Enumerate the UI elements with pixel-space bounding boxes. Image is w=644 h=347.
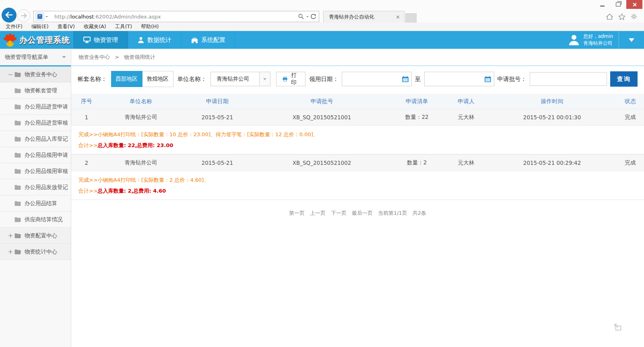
sidebar-item[interactable]: 办公用品领用审核 [0, 163, 71, 179]
compatibility-icon[interactable] [35, 12, 44, 21]
print-button[interactable]: 打印 [276, 72, 305, 86]
tab-close-icon[interactable]: ✕ [394, 14, 402, 20]
cell-list: 数量：22 [389, 114, 445, 121]
sidebar-item-label: 办公用品领用审核 [25, 168, 68, 175]
sidebar-title: 物资管理导航菜单 [5, 54, 48, 61]
sidebar-item[interactable]: 办公用品领用申请 [0, 147, 71, 163]
search-caret[interactable] [306, 16, 309, 19]
pagination-link[interactable]: 下一页 [331, 210, 347, 217]
sidebar-item[interactable]: 办公用品入库登记 [0, 131, 71, 147]
region-toggle-group: 西部地区敦煌地区 [111, 71, 173, 87]
unit-select[interactable]: 青海钻井公司 [211, 72, 270, 86]
tab-label: 物资管理 [94, 36, 118, 44]
sidebar-menu: − 物资业务中心 物资帐套管理 办公用品进货申请 [0, 66, 71, 260]
url-text[interactable]: http://localhost:62002/Admin/Index.aspx [54, 14, 298, 20]
calendar-icon[interactable] [402, 76, 409, 82]
pagination-link[interactable]: 最后一页 [352, 210, 373, 217]
cell-batch: XB_SQ_20150521002 [254, 160, 389, 166]
menu-item[interactable]: 查看(V) [58, 23, 75, 30]
folder-icon [14, 137, 21, 141]
user-greeting: 您好，admin [583, 33, 613, 40]
tab-materials-management[interactable]: 物资管理 [74, 31, 128, 49]
sidebar-item[interactable]: 物资帐套管理 [0, 83, 71, 99]
address-dropdown-caret[interactable] [45, 16, 48, 19]
restore-icon [616, 2, 621, 6]
cell-list: 数量：2 [389, 159, 445, 166]
close-button[interactable] [626, 0, 642, 9]
pagination-total: 共2条 [413, 210, 426, 217]
date-from-field[interactable] [342, 72, 412, 86]
cell-date: 2015-05-21 [180, 114, 254, 121]
browser-menubar: 文件(F)编辑(E)查看(V)收藏夹(A)工具(T)帮助(H) [0, 23, 644, 31]
menu-item[interactable]: 收藏夹(A) [84, 23, 106, 30]
resize-corner-icon[interactable] [613, 322, 623, 334]
home-icon[interactable] [606, 13, 613, 20]
folder-icon [14, 88, 21, 93]
user-menu-button[interactable] [619, 31, 644, 49]
restore-button[interactable] [610, 0, 626, 9]
search-icon[interactable] [298, 13, 304, 20]
tab-system-config[interactable]: 系统配置 [182, 31, 235, 49]
menu-item[interactable]: 文件(F) [6, 23, 23, 30]
folder-icon [14, 121, 21, 125]
settings-gear-icon[interactable] [630, 13, 638, 20]
sidebar-item[interactable]: − 物资业务中心 [0, 66, 71, 83]
address-bar[interactable]: http://localhost:62002/Admin/Index.aspx [33, 11, 319, 22]
sidebar-item[interactable]: + 物资统计中心 [0, 244, 71, 260]
minimize-button[interactable] [594, 0, 610, 9]
cell-date: 2015-05-21 [180, 160, 254, 166]
sidebar-item[interactable]: 办公用品发放登记 [0, 179, 71, 195]
breadcrumb: 物资业务中心 > 物资领用统计 [71, 49, 644, 66]
browser-window: http://localhost:62002/Admin/Index.aspx … [0, 0, 644, 347]
pagination-link[interactable]: 上一页 [310, 210, 326, 217]
user-info[interactable]: 您好，admin 青海钻井公司 [562, 31, 619, 49]
window-titlebar [0, 0, 644, 10]
sidebar-item-label: 物资帐套管理 [25, 87, 57, 94]
region-button[interactable]: 敦煌地区 [142, 71, 173, 87]
table-header-row: 序号单位名称申请日期申请批号申请清单申请人操作时间状态 [71, 94, 644, 109]
select-chevron[interactable] [259, 72, 270, 86]
unit-select-value: 青海钻井公司 [211, 72, 259, 86]
folder-icon [14, 201, 21, 206]
sidebar-header[interactable]: 物资管理导航菜单 [0, 49, 71, 66]
expand-toggle-icon[interactable]: + [7, 248, 14, 256]
menu-item[interactable]: 帮助(H) [141, 23, 159, 30]
table-row[interactable]: 1 青海钻井公司 2015-05-21 XB_SQ_20150521001 数量… [71, 109, 644, 126]
row-detail: 完成>>小钢炮A4打印纸：[实际数量：10 总价：23.00]、得力签字笔：[实… [71, 126, 644, 154]
sidebar-item[interactable]: 办公用品结算 [0, 195, 71, 212]
table-row[interactable]: 2 青海钻井公司 2015-05-21 XB_SQ_20150521002 数量… [71, 154, 644, 171]
date-to-field[interactable] [424, 72, 494, 86]
tab-data-statistics[interactable]: 数据统计 [128, 31, 182, 49]
menu-item[interactable]: 工具(T) [115, 23, 132, 30]
date-to-input[interactable] [427, 76, 485, 83]
pagination-link[interactable]: 第一页 [289, 210, 305, 217]
forward-button[interactable] [17, 9, 30, 22]
new-tab-button[interactable] [405, 13, 417, 23]
date-from-input[interactable] [345, 76, 402, 83]
sidebar-item[interactable]: + 物资配置中心 [0, 228, 71, 244]
expand-toggle-icon[interactable]: − [7, 71, 14, 78]
table-header-cell: 申请人 [445, 98, 488, 105]
sidebar-item[interactable]: 办公用品进货申请 [0, 99, 71, 115]
table-body: 1 青海钻井公司 2015-05-21 XB_SQ_20150521001 数量… [71, 109, 644, 200]
tab-title: 青海钻井办公自动化 [329, 14, 394, 21]
chevron-down-icon [62, 56, 66, 60]
detail-total-text: 总入库数量: 22,总费用: 23.00 [98, 142, 173, 148]
minimize-icon [600, 6, 605, 6]
back-button[interactable] [2, 8, 17, 23]
filter-bar: 帐套名称： 西部地区敦煌地区 单位名称： 青海钻井公司 打印 领用日期： [71, 66, 644, 91]
table-header-cell: 状态 [617, 98, 644, 105]
favorites-star-icon[interactable] [618, 13, 625, 20]
query-button[interactable]: 查询 [610, 71, 638, 87]
unit-name-label: 单位名称： [178, 75, 207, 83]
expand-toggle-icon[interactable]: + [7, 232, 14, 239]
region-button[interactable]: 西部地区 [111, 71, 142, 87]
batch-input[interactable] [530, 72, 607, 86]
menu-item[interactable]: 编辑(E) [31, 23, 49, 30]
calendar-icon[interactable] [485, 76, 491, 82]
sidebar-item[interactable]: 办公用品进货审核 [0, 115, 71, 131]
breadcrumb-parent[interactable]: 物资业务中心 [78, 54, 110, 61]
browser-tab[interactable]: 青海钻井办公自动化 ✕ [323, 11, 405, 23]
refresh-button[interactable] [310, 14, 316, 20]
sidebar-item[interactable]: 供应商结算情况 [0, 212, 71, 228]
